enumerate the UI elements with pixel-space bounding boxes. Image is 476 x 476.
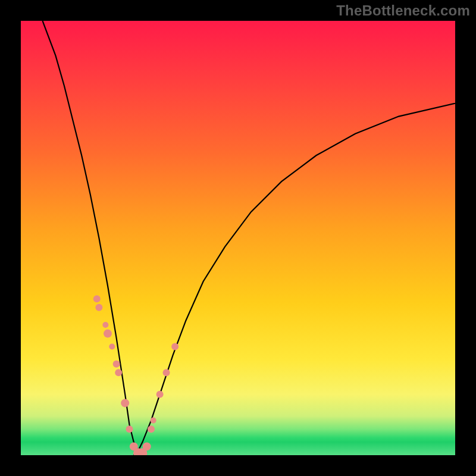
chart-frame: TheBottleneck.com [0, 0, 476, 476]
highlight-dot [151, 418, 156, 424]
plot-area [21, 21, 455, 455]
highlight-dot [171, 343, 178, 350]
highlight-dot [93, 295, 101, 302]
right-curve [134, 104, 455, 455]
highlight-dot [109, 344, 115, 350]
highlight-dot [156, 391, 164, 398]
highlight-dot [121, 399, 129, 407]
highlight-dot [115, 369, 122, 376]
highlight-dot [148, 425, 155, 433]
highlight-dot [104, 330, 112, 338]
highlight-dot [113, 361, 120, 368]
left-curve [43, 21, 143, 455]
highlight-dot [163, 369, 170, 376]
highlight-dot [143, 442, 151, 450]
chart-svg [21, 21, 455, 455]
highlight-dot [102, 322, 108, 328]
highlight-dot [95, 304, 102, 311]
highlight-dot [126, 425, 133, 433]
watermark-text: TheBottleneck.com [336, 2, 470, 19]
